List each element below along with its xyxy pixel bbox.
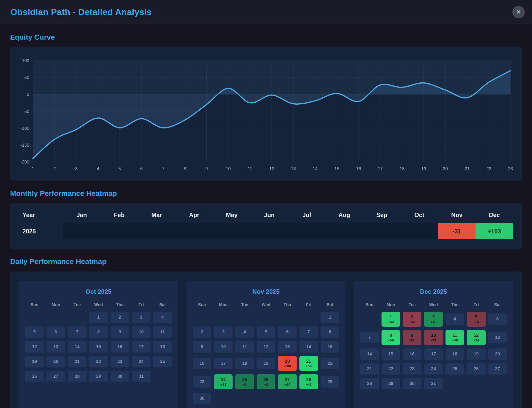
svg-text:-150: -150 xyxy=(20,143,29,148)
day-cell-nov-2025-28[interactable]: 28 +43 xyxy=(299,374,318,389)
day-cell-dec-2025-14: 14 xyxy=(360,348,379,360)
equity-curve-chart: 1234567891011121314151617181920212223100… xyxy=(10,47,522,181)
weekday-label-sun: Sun xyxy=(25,303,44,308)
svg-text:18: 18 xyxy=(399,166,404,171)
day-cell-oct-2025-7: 7 xyxy=(68,326,87,338)
svg-text:22: 22 xyxy=(486,166,491,171)
weekday-label-mon: Mon xyxy=(214,303,233,308)
day-cell-nov-2025-27[interactable]: 27 +24 xyxy=(278,374,297,389)
daily-heatmap-panel: Oct 2025 SunMonTueWedThuFriSat 1 2 3 4 xyxy=(10,271,522,408)
day-cell-oct-2025-23: 23 xyxy=(111,356,129,367)
day-cell-nov-2025-16: 16 xyxy=(193,358,211,369)
monthly-value-strip: -31+103 xyxy=(63,223,513,239)
day-cell-nov-2025-20[interactable]: 20 -188 xyxy=(278,356,297,371)
day-cell-oct-2025-17: 17 xyxy=(132,341,150,353)
day-cell-oct-2025-30: 30 xyxy=(111,371,129,382)
empty-day xyxy=(257,312,275,323)
day-cell-oct-2025-9: 9 xyxy=(111,326,129,338)
day-cell-dec-2025-4: 4 xyxy=(445,313,464,325)
svg-text:14: 14 xyxy=(313,166,318,171)
monthly-col-sep: Sep xyxy=(363,212,401,219)
day-cell-nov-2025-11: 11 xyxy=(235,341,254,353)
day-cell-dec-2025-30: 30 xyxy=(403,378,421,389)
day-cell-dec-2025-1[interactable]: 1 +50 xyxy=(382,312,400,327)
modal-body: Equity Curve 123456789101112131415161718… xyxy=(0,33,532,408)
day-cell-nov-2025-17: 17 xyxy=(214,358,233,369)
calendar-title: Dec 2025 xyxy=(360,288,507,295)
day-cell-nov-2025-24[interactable]: 24 +31 xyxy=(214,374,233,389)
day-cell-dec-2025-8[interactable]: 8 +58 xyxy=(382,330,400,345)
day-cell-oct-2025-11: 11 xyxy=(153,326,172,338)
monthly-col-may: May xyxy=(213,212,250,219)
day-cell-nov-2025-25[interactable]: 25 +1 xyxy=(235,374,254,389)
svg-text:6: 6 xyxy=(140,166,142,171)
day-cell-dec-2025-28: 28 xyxy=(360,378,379,389)
day-cell-dec-2025-27: 27 xyxy=(488,363,507,375)
day-cell-nov-2025-21[interactable]: 21 +56 xyxy=(299,356,318,371)
day-cell-dec-2025-2[interactable]: 2 -40 xyxy=(403,312,421,327)
monthly-heatmap-panel: YearJanFebMarAprMayJunJulAugSepOctNovDec… xyxy=(10,203,522,249)
day-cell-dec-2025-29: 29 xyxy=(382,378,400,389)
day-cell-oct-2025-31: 31 xyxy=(132,371,150,382)
day-cell-oct-2025-8: 8 xyxy=(89,326,108,338)
day-cell-dec-2025-10[interactable]: 10 -23 xyxy=(424,330,443,345)
equity-curve-section: Equity Curve 123456789101112131415161718… xyxy=(10,33,522,181)
day-cell-dec-2025-5[interactable]: 5 -18 xyxy=(467,312,485,327)
calendar-nov-2025: Nov 2025 SunMonTueWedThuFriSat 1 2 3 4 xyxy=(186,281,346,408)
day-cell-dec-2025-13: 13 xyxy=(488,332,507,343)
monthly-cell-dec[interactable]: +103 xyxy=(476,223,513,239)
svg-text:50: 50 xyxy=(24,75,29,80)
day-cell-nov-2025-6: 6 xyxy=(278,326,297,338)
day-cell-dec-2025-17: 17 xyxy=(424,348,443,360)
day-cell-dec-2025-11[interactable]: 11 +46 xyxy=(445,330,464,345)
monthly-cell-aug xyxy=(326,223,363,239)
empty-day xyxy=(235,312,254,323)
svg-text:9: 9 xyxy=(205,166,208,171)
monthly-col-mar: Mar xyxy=(138,212,176,219)
day-cell-oct-2025-15: 15 xyxy=(89,341,108,353)
day-cell-nov-2025-15: 15 xyxy=(321,341,339,353)
weekday-label-thu: Thu xyxy=(445,303,464,308)
empty-day xyxy=(278,312,297,323)
day-cell-nov-2025-26[interactable]: 26 +2 xyxy=(257,374,275,389)
weekday-label-tue: Tue xyxy=(403,303,421,308)
day-cell-dec-2025-23: 23 xyxy=(403,363,421,375)
day-cell-nov-2025-10: 10 xyxy=(214,341,233,353)
weekday-label-thu: Thu xyxy=(111,303,129,308)
empty-day xyxy=(360,313,379,325)
monthly-cell-jul xyxy=(288,223,326,239)
monthly-cell-mar xyxy=(138,223,176,239)
monthly-cell-sep xyxy=(363,223,401,239)
day-cell-nov-2025-4: 4 xyxy=(235,326,254,338)
monthly-row-2025: 2025 -31+103 xyxy=(19,223,513,239)
day-cell-dec-2025-6: 6 xyxy=(488,313,507,325)
day-cell-nov-2025-7: 7 xyxy=(299,326,318,338)
daily-heatmap-section: Daily Performance Heatmap Oct 2025 SunMo… xyxy=(10,257,522,408)
day-cell-dec-2025-22: 22 xyxy=(382,363,400,375)
weekday-label-fri: Fri xyxy=(467,303,485,308)
empty-day xyxy=(25,312,44,323)
calendar-title: Nov 2025 xyxy=(193,288,340,295)
day-cell-nov-2025-13: 13 xyxy=(278,341,297,353)
day-cell-dec-2025-3[interactable]: 3 +19 xyxy=(424,312,443,327)
svg-text:1: 1 xyxy=(32,166,34,171)
close-button[interactable]: ✕ xyxy=(512,6,525,18)
svg-text:19: 19 xyxy=(421,166,426,171)
svg-text:-200: -200 xyxy=(20,160,29,164)
weekday-label-sun: Sun xyxy=(193,303,211,308)
svg-text:12: 12 xyxy=(269,166,274,171)
monthly-cell-nov[interactable]: -31 xyxy=(438,223,476,239)
svg-text:2: 2 xyxy=(53,166,56,171)
calendar-dec-2025: Dec 2025 SunMonTueWedThuFriSat 1 +50 2 -… xyxy=(354,281,513,408)
monthly-col-apr: Apr xyxy=(175,212,213,219)
monthly-heatmap-heading: Monthly Performance Heatmap xyxy=(10,189,522,198)
monthly-col-jul: Jul xyxy=(288,212,326,219)
day-cell-oct-2025-19: 19 xyxy=(25,356,44,367)
day-cell-nov-2025-12: 12 xyxy=(257,341,275,353)
day-cell-dec-2025-12[interactable]: 12 +34 xyxy=(467,330,485,345)
svg-text:10: 10 xyxy=(226,166,231,171)
day-cell-dec-2025-9[interactable]: 9 -21 xyxy=(403,330,421,345)
svg-text:-50: -50 xyxy=(23,109,29,114)
day-cell-dec-2025-25: 25 xyxy=(445,363,464,375)
day-cell-oct-2025-1: 1 xyxy=(89,312,108,323)
